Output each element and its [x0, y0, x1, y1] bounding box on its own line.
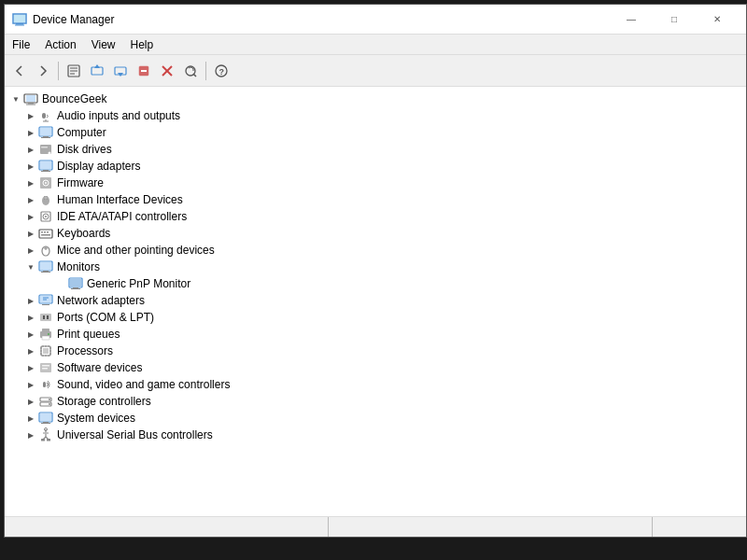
usb-toggle[interactable] [23, 427, 38, 442]
ports-toggle[interactable] [23, 310, 38, 325]
tree-item-network[interactable]: Network adapters [5, 292, 746, 309]
audio-toggle[interactable] [23, 108, 38, 123]
firmware-label: Firmware [57, 176, 104, 189]
firmware-toggle[interactable] [23, 175, 38, 190]
monitors-toggle[interactable] [23, 259, 38, 274]
svg-text:?: ? [219, 67, 225, 77]
tree-item-usb[interactable]: Universal Serial Bus controllers [5, 427, 746, 443]
usb-icon [38, 427, 53, 442]
svg-rect-23 [42, 113, 46, 119]
svg-point-46 [45, 216, 47, 217]
rollback-button[interactable] [109, 60, 132, 82]
svg-rect-21 [28, 103, 34, 105]
mice-toggle[interactable] [23, 243, 38, 258]
svg-rect-28 [43, 136, 49, 137]
hid-label: Human Interface Devices [57, 193, 183, 206]
menu-view[interactable]: View [84, 35, 123, 54]
svg-rect-73 [42, 336, 49, 340]
keyboard-toggle[interactable] [23, 226, 38, 241]
monitors-label: Monitors [57, 260, 100, 273]
tree-item-print[interactable]: Print queues [5, 326, 746, 343]
svg-rect-105 [41, 439, 45, 441]
tree-item-storage[interactable]: Storage controllers [5, 393, 746, 410]
tree-item-disk[interactable]: Disk drives [5, 141, 746, 158]
close-button[interactable]: ✕ [696, 5, 739, 35]
status-text [5, 517, 329, 537]
disk-icon [38, 142, 53, 157]
audio-label: Audio inputs and outputs [57, 109, 180, 122]
svg-rect-100 [41, 423, 50, 424]
window-controls: — □ ✕ [610, 5, 739, 35]
software-toggle[interactable] [23, 360, 38, 375]
disk-toggle[interactable] [23, 142, 38, 157]
display-label: Display adapters [57, 160, 140, 173]
minimize-button[interactable]: — [610, 5, 653, 35]
tree-item-ports[interactable]: Ports (COM & LPT) [5, 309, 746, 326]
back-button[interactable] [8, 60, 31, 82]
tree-item-display[interactable]: Display adapters [5, 158, 746, 175]
tree-item-firmware[interactable]: Firmware [5, 175, 746, 191]
svg-point-74 [48, 333, 49, 335]
update-driver-button[interactable] [86, 60, 108, 82]
svg-rect-57 [43, 271, 49, 272]
menu-action[interactable]: Action [37, 35, 83, 54]
svg-point-39 [45, 182, 47, 184]
svg-rect-2 [15, 24, 24, 25]
svg-rect-49 [44, 231, 46, 233]
sound-label: Sound, video and game controllers [57, 378, 230, 391]
usb-label: Universal Serial Bus controllers [57, 428, 213, 441]
root-icon [23, 91, 38, 106]
audio-icon [38, 108, 53, 123]
computer-toggle[interactable] [23, 125, 38, 140]
tree-item-hid[interactable]: Human Interface Devices [5, 191, 746, 208]
menu-file[interactable]: File [5, 35, 37, 54]
svg-rect-47 [39, 230, 52, 238]
display-toggle[interactable] [23, 159, 38, 174]
network-label: Network adapters [57, 294, 145, 307]
scan-button[interactable] [179, 60, 202, 82]
print-toggle[interactable] [23, 327, 38, 342]
help-button[interactable]: ? [210, 60, 233, 82]
sound-toggle[interactable] [23, 377, 38, 392]
software-icon [38, 360, 53, 375]
tree-item-ide[interactable]: IDE ATA/ATAPI controllers [5, 208, 746, 225]
tree-item-software[interactable]: Software devices [5, 359, 746, 376]
svg-rect-65 [42, 304, 49, 305]
tree-item-pnp-monitor[interactable]: Generic PnP Monitor [5, 275, 746, 292]
tree-item-sound[interactable]: Sound, video and game controllers [5, 376, 746, 393]
menu-help[interactable]: Help [123, 35, 162, 54]
svg-rect-51 [41, 234, 50, 236]
tree-item-system[interactable]: System devices [5, 410, 746, 427]
processors-toggle[interactable] [23, 343, 38, 358]
computer-label: Computer [57, 126, 106, 139]
svg-rect-36 [41, 171, 50, 172]
firmware-icon [38, 175, 53, 190]
root-toggle[interactable] [8, 91, 23, 106]
tree-item-audio[interactable]: Audio inputs and outputs [5, 107, 746, 124]
pnp-toggle [53, 276, 68, 291]
app-icon [12, 12, 27, 27]
status-pane-3 [653, 517, 746, 537]
system-toggle[interactable] [23, 411, 38, 426]
tree-root[interactable]: BounceGeek [5, 91, 746, 107]
maximize-button[interactable]: □ [653, 5, 696, 35]
svg-rect-34 [40, 161, 51, 169]
storage-toggle[interactable] [23, 394, 38, 409]
tree-item-processors[interactable]: Processors [5, 343, 746, 359]
tree-item-mice[interactable]: Mice and other pointing devices [5, 242, 746, 259]
uninstall-button[interactable] [156, 60, 178, 82]
properties-button[interactable] [63, 60, 85, 82]
forward-button[interactable] [32, 60, 54, 82]
svg-rect-91 [42, 368, 48, 370]
svg-rect-50 [47, 231, 49, 233]
processors-icon [38, 343, 53, 358]
ide-toggle[interactable] [23, 209, 38, 224]
hid-toggle[interactable] [23, 192, 38, 207]
network-toggle[interactable] [23, 293, 38, 308]
device-tree[interactable]: BounceGeek Audio inputs and outputs [5, 87, 746, 516]
svg-rect-99 [43, 422, 49, 423]
tree-item-keyboard[interactable]: Keyboards [5, 225, 746, 242]
disable-button[interactable] [133, 60, 155, 82]
tree-item-computer[interactable]: Computer [5, 124, 746, 141]
tree-item-monitors[interactable]: Monitors [5, 259, 746, 275]
